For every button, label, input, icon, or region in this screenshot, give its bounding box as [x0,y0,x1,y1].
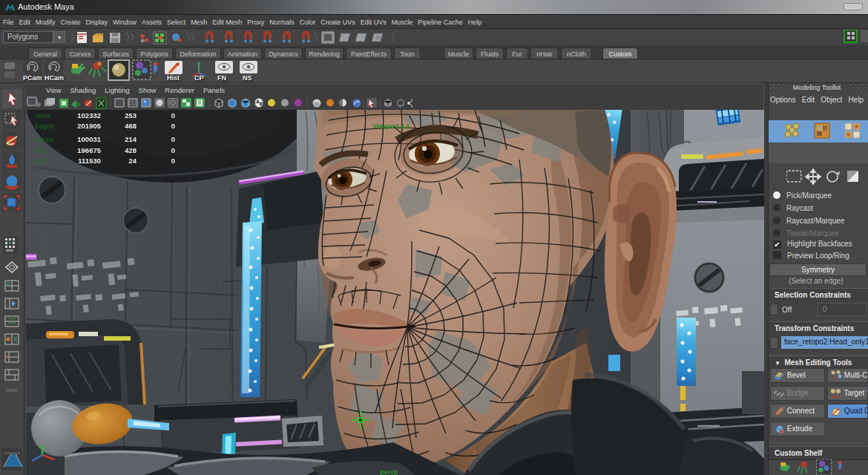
svg-text:Faces:: Faces: [35,136,55,143]
svg-text:468: 468 [125,122,137,130]
svg-text:24: 24 [128,157,137,165]
svg-text:111530: 111530 [78,157,101,165]
svg-text:Viewport 2.0: Viewport 2.0 [372,122,410,130]
svg-text:Tris:: Tris: [35,147,47,154]
svg-text:0: 0 [171,146,175,154]
svg-text:253: 253 [125,111,137,119]
svg-text:Verts:: Verts: [35,112,52,119]
svg-text:persp: persp [380,468,398,475]
svg-text:0: 0 [171,157,175,165]
svg-text:0: 0 [171,111,175,119]
svg-text:428: 428 [125,146,137,154]
svg-text:102332: 102332 [77,111,101,119]
svg-text:UVs:: UVs: [35,157,50,165]
svg-text:214: 214 [125,135,137,143]
svg-text:100031: 100031 [77,135,101,143]
svg-text:0: 0 [171,122,175,130]
svg-text:0: 0 [171,135,175,143]
svg-text:196675: 196675 [77,146,101,154]
svg-text:201905: 201905 [77,122,101,130]
svg-text:Edges:: Edges: [35,122,56,130]
